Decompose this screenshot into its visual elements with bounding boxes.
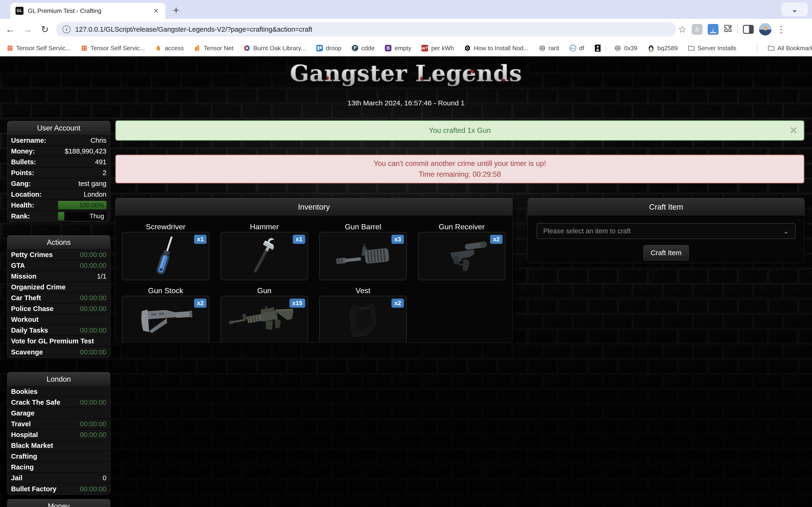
download-extension-icon[interactable]: ↓	[708, 24, 718, 35]
sidebar-item-gta[interactable]: GTA 00:00:00	[7, 260, 110, 271]
sidebar-item-mission[interactable]: Mission 1/1	[7, 271, 110, 282]
browser-toolbar: ← → ↻ i 127.0.0.1/GLScript/release/Gangs…	[0, 19, 812, 40]
sidebar-item-daily-tasks[interactable]: Daily Tasks 00:00:00	[7, 325, 110, 336]
bookmark-empty[interactable]: B empty	[385, 45, 411, 52]
sidebar-item-bookies[interactable]: Bookies	[7, 386, 110, 397]
sidebar-item-black-market[interactable]: Black Market	[7, 440, 110, 451]
sidebar-item-crack-the-safe[interactable]: Crack The Safe 00:00:00	[7, 397, 110, 408]
item-name: Screwdriver	[146, 222, 186, 232]
craft-item-button[interactable]: Craft Item	[643, 245, 689, 261]
craft-select-placeholder: Please select an item to craft	[543, 227, 783, 235]
row-label: Points:	[11, 169, 34, 177]
profile-avatar[interactable]	[759, 23, 772, 36]
sidebar-item-organized-crime[interactable]: Organized Crime	[7, 282, 110, 293]
craft-item-select[interactable]: Please select an item to craft ⌄	[537, 223, 796, 239]
item-box[interactable]: x3	[319, 232, 407, 280]
tab-close-icon[interactable]: ✕	[152, 7, 160, 15]
inventory-item-screwdriver: Screwdriver x1	[122, 222, 209, 280]
back-icon[interactable]: ←	[3, 22, 17, 37]
close-icon[interactable]: ✕	[790, 125, 798, 135]
bookmark-cdde[interactable]: P cdde	[352, 45, 374, 52]
site-info-icon[interactable]: i	[62, 25, 70, 33]
all-bookmarks-button[interactable]: All Bookmarks	[768, 45, 812, 52]
sidebar-item-police-chase[interactable]: Police Chase 00:00:00	[7, 303, 110, 314]
row-value: Chris	[91, 136, 106, 144]
new-tab-button[interactable]: +	[173, 4, 179, 16]
sidebar-item-hospital[interactable]: Hospital 00:00:00	[7, 430, 110, 440]
bookmark-tensor-self-service-1[interactable]: Tensor Self Servic...	[7, 45, 70, 52]
extensions-puzzle-icon[interactable]	[724, 24, 732, 35]
folder-icon	[768, 45, 774, 51]
sidebar-item-crafting[interactable]: Crafting	[7, 451, 110, 462]
hexagon-icon	[464, 45, 471, 51]
tensor-grid-icon	[7, 45, 13, 51]
quantity-badge: x2	[392, 298, 404, 308]
bookmark-tensor-net[interactable]: Tensor Net	[194, 45, 233, 52]
quantity-badge: x15	[290, 298, 305, 308]
quantity-badge: x2	[490, 235, 503, 244]
bookmark-df[interactable]: DELL df	[569, 45, 584, 52]
success-alert: You crafted 1x Gun ✕	[115, 120, 805, 141]
sidebar-item-scavenge[interactable]: Scavenge 00:00:00	[7, 347, 110, 357]
item-box[interactable]: x2	[319, 296, 407, 342]
row-label: Location:	[11, 190, 42, 199]
inventory-item-gun: Gun x15	[221, 285, 308, 342]
user-row-points: Points: 2	[7, 168, 110, 178]
bookmark-tensor-self-service-2[interactable]: Tensor Self Servic...	[81, 45, 145, 52]
bookmark-droop[interactable]: droop	[316, 45, 342, 52]
reload-icon[interactable]: ↻	[38, 22, 52, 37]
sidebar-item-car-theft[interactable]: Car Theft 00:00:00	[7, 293, 110, 303]
tab-gl-premium-test[interactable]: GL GL Premium Test - Crafting ✕	[10, 3, 165, 19]
bookmark-label: Tensor Self Servic...	[91, 45, 145, 52]
bookmark-star-icon[interactable]: ☆	[678, 24, 687, 35]
inventory-item-gun-receiver: Gun Receiver x2	[418, 222, 505, 280]
bookmark-access[interactable]: access	[155, 45, 184, 52]
item-box[interactable]: x1	[221, 232, 308, 280]
trello-icon	[316, 45, 323, 51]
sidebar-item-vote[interactable]: Vote for GL Premium Test	[7, 336, 110, 347]
bookmark-label: Server Installs	[698, 45, 737, 52]
error-alert-line2: Time remaining: 00:29:58	[419, 169, 501, 180]
row-label: Petty Crimes	[11, 251, 53, 259]
side-panel-icon[interactable]	[743, 25, 754, 34]
bookmark-how-to-install-node[interactable]: How to Install Nod...	[464, 45, 529, 52]
extension-h-icon[interactable]: h	[692, 24, 703, 35]
bookmark-bq2589[interactable]: bq2589	[648, 45, 678, 52]
row-timer: 00:00:00	[80, 262, 106, 270]
bookmark-per-kwh[interactable]: w? per kWh	[421, 45, 454, 52]
bookmark-label: How to Install Nod...	[474, 45, 529, 52]
sidebar-item-racing[interactable]: Racing	[7, 462, 110, 473]
bookmark-folder-server-installs[interactable]: Server Installs	[688, 45, 737, 52]
tab-search-chevron-icon[interactable]: ⌄	[781, 2, 808, 16]
inventory-item-gun-barrel: Gun Barrel x3	[319, 222, 407, 280]
dell-icon: DELL	[569, 45, 576, 51]
sidebar-item-garage[interactable]: Garage	[7, 408, 110, 419]
sidebar-item-bullet-factory[interactable]: Bullet Factory 00:00:00	[7, 484, 110, 494]
error-alert-line1: You can't commit another crime untill yo…	[373, 158, 546, 169]
bookmark-burnt-oak-library[interactable]: Burnt Oak Library...	[244, 45, 306, 52]
sidebar-item-jail[interactable]: Jail 0	[7, 473, 110, 484]
forward-icon[interactable]: →	[20, 22, 35, 37]
sidebar-item-workout[interactable]: Workout	[7, 314, 110, 325]
sidebar-item-petty-crimes[interactable]: Petty Crimes 00:00:00	[7, 249, 110, 260]
row-label: Scavenge	[11, 348, 43, 356]
screwdriver-image	[148, 235, 183, 277]
row-timer: 00:00:00	[80, 327, 106, 334]
item-box[interactable]: x2	[122, 296, 209, 342]
user-row-bullets: Bullets: 491	[7, 157, 110, 168]
item-box[interactable]: x2	[418, 232, 505, 280]
bookmark-icon-only[interactable]	[595, 45, 604, 51]
row-label: Workout	[11, 316, 39, 324]
browser-menu-icon[interactable]: ⋮	[777, 24, 786, 35]
bookmark-label: rarit	[549, 45, 559, 52]
item-box[interactable]: x15	[221, 296, 308, 342]
sidebar-item-travel[interactable]: Travel 00:00:00	[7, 419, 110, 430]
bookmark-0x39[interactable]: 0x39	[614, 45, 637, 52]
row-timer: 00:00:00	[80, 431, 106, 439]
item-box[interactable]: x1	[122, 232, 209, 280]
row-label: Bullet Factory	[11, 485, 56, 493]
address-bar[interactable]: i 127.0.0.1/GLScript/release/Gangster-Le…	[56, 22, 676, 37]
user-account-title: User Account	[7, 121, 110, 135]
url-text: 127.0.0.1/GLScript/release/Gangster-Lege…	[75, 25, 312, 33]
bookmark-rarit[interactable]: rarit	[539, 45, 559, 52]
